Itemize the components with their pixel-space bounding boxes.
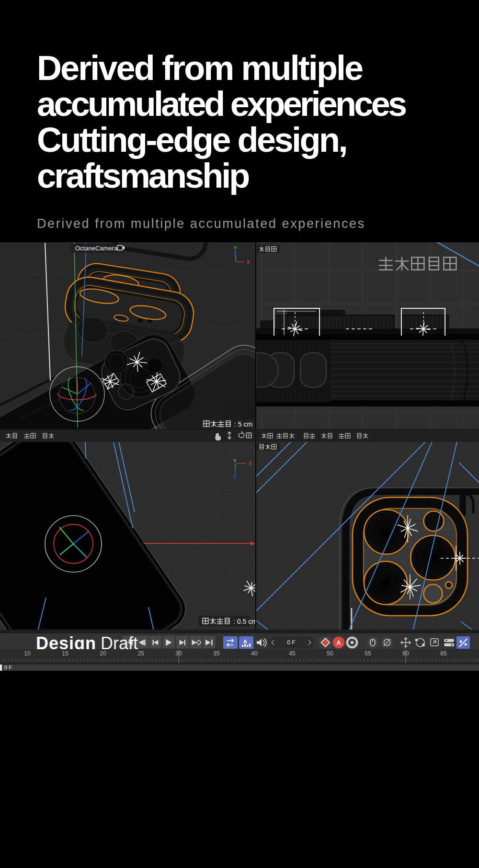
svg-text:: 0.5 cm: : 0.5 cm (233, 618, 257, 625)
svg-text:Z: Z (233, 474, 236, 479)
svg-text:10: 10 (24, 650, 31, 657)
svg-text:25: 25 (137, 650, 144, 657)
svg-text:0 F: 0 F (4, 665, 12, 670)
svg-text:Y: Y (233, 459, 237, 464)
svg-text:Z: Z (234, 251, 237, 256)
svg-text:40: 40 (251, 650, 258, 657)
svg-text:0 F: 0 F (287, 639, 295, 646)
svg-text:: 5 cm: : 5 cm (234, 420, 252, 428)
svg-text:35: 35 (213, 650, 220, 657)
svg-text:X: X (247, 259, 250, 265)
svg-text:65: 65 (440, 650, 447, 657)
svg-text:OctaneCamera: OctaneCamera (75, 245, 118, 252)
svg-text:20: 20 (100, 650, 106, 657)
svg-text:15: 15 (62, 650, 68, 657)
svg-text:A: A (336, 640, 341, 646)
svg-text:Y: Y (234, 246, 237, 251)
svg-text:50: 50 (327, 650, 333, 657)
svg-text:45: 45 (289, 650, 296, 657)
svg-text:X: X (249, 461, 252, 466)
svg-text:A: A (243, 639, 247, 644)
svg-text:55: 55 (365, 650, 371, 657)
